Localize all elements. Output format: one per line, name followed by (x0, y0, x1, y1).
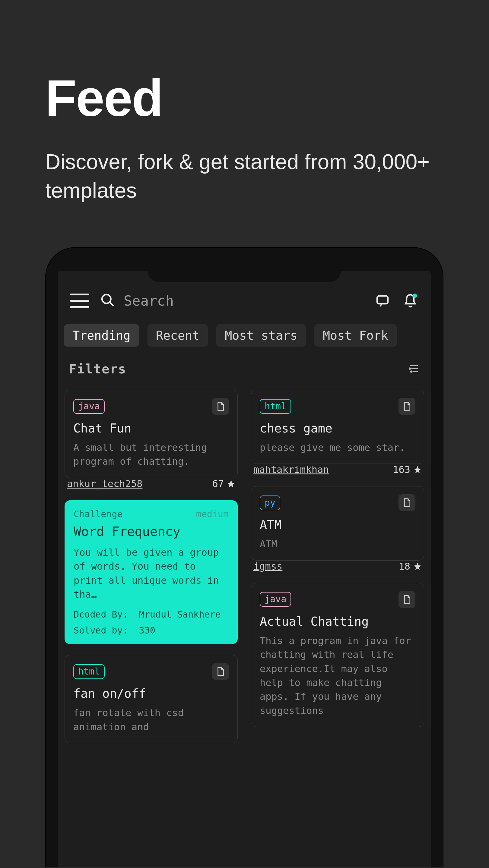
card-title: chess game (260, 421, 415, 435)
author-link[interactable]: ankur_tech258 (67, 478, 142, 490)
device-frame: Trending Recent Most stars Most Fork Fil… (45, 247, 443, 867)
feed-item[interactable]: py ATM ATM igmss (251, 486, 424, 572)
card-title: ATM (260, 518, 415, 532)
challenge-tag: Challenge (74, 509, 123, 519)
author-link[interactable]: igmss (253, 561, 282, 572)
star-count: 163 (393, 464, 422, 475)
feed-grid: java Chat Fun A small but interesting pr… (58, 384, 431, 743)
card-title: fan on/off (73, 687, 229, 701)
page-title: Feed (45, 72, 444, 124)
messages-icon[interactable] (374, 292, 391, 309)
menu-icon[interactable] (70, 293, 89, 308)
feed-item[interactable]: html fan on/off fan rotate with csd anim… (64, 655, 238, 743)
challenge-card[interactable]: Challenge medium Word Frequency You will… (64, 500, 238, 644)
notification-dot-icon (413, 293, 417, 298)
svg-rect-2 (377, 296, 388, 304)
star-count: 67 (212, 478, 235, 490)
file-icon[interactable] (399, 494, 415, 511)
app-screen: Trending Recent Most stars Most Fork Fil… (58, 271, 431, 867)
file-icon[interactable] (399, 398, 415, 415)
notifications-icon[interactable] (402, 292, 419, 309)
tab-recent[interactable]: Recent (147, 324, 208, 347)
card-description: ATM (260, 537, 415, 551)
card-description: This a program in java for chatting with… (260, 634, 415, 718)
svg-line-1 (110, 302, 113, 306)
svg-point-0 (102, 294, 111, 303)
language-tag: java (260, 592, 291, 607)
card-description: please give me some star. (260, 441, 415, 455)
challenge-description: You will be given a group of words. You … (74, 546, 229, 601)
page-subtitle: Discover, fork & get started from 30,000… (45, 148, 444, 205)
filters-label: Filters (69, 362, 126, 376)
feed-item[interactable]: java Actual Chatting This a program in j… (251, 583, 424, 727)
challenge-solved-line: Solved by: 330 (74, 625, 229, 636)
search-icon[interactable] (100, 293, 115, 309)
feed-tabs: Trending Recent Most stars Most Fork (58, 318, 431, 350)
card-title: Actual Chatting (260, 615, 415, 628)
author-link[interactable]: mahtakrimkhan (253, 464, 329, 475)
language-tag: html (260, 399, 291, 414)
svg-point-6 (409, 368, 410, 369)
tab-most-forks[interactable]: Most Fork (314, 324, 397, 347)
feed-item[interactable]: java Chat Fun A small but interesting pr… (64, 390, 238, 490)
language-tag: java (73, 399, 105, 414)
language-tag: html (73, 664, 105, 679)
card-title: Chat Fun (73, 421, 229, 435)
file-icon[interactable] (212, 398, 229, 415)
file-icon[interactable] (399, 591, 415, 608)
tab-most-stars[interactable]: Most stars (216, 324, 306, 347)
challenge-difficulty: medium (196, 509, 229, 519)
search-input[interactable] (124, 293, 363, 309)
filters-icon[interactable] (408, 363, 420, 376)
challenge-title: Word Frequency (74, 524, 229, 539)
device-notch (148, 271, 341, 282)
card-description: A small but interesting program of chatt… (73, 441, 229, 469)
tab-trending[interactable]: Trending (64, 324, 139, 347)
challenge-author-line: Dcoded By: Mrudul Sankhere (74, 609, 229, 620)
file-icon[interactable] (212, 663, 229, 680)
language-tag: py (260, 495, 280, 510)
star-count: 18 (399, 561, 422, 572)
feed-item[interactable]: html chess game please give me some star… (251, 390, 424, 475)
card-description: fan rotate with csd animation and (73, 706, 229, 734)
svg-point-7 (411, 371, 412, 372)
